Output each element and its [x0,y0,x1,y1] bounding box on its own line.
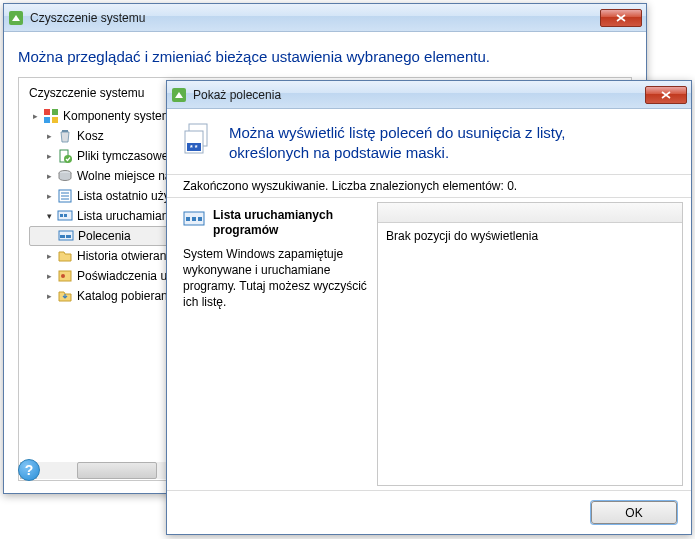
credentials-icon [57,268,73,284]
dialog-header: * * Można wyświetlić listę poleceń do us… [167,109,691,174]
svg-rect-17 [60,235,65,238]
svg-rect-5 [62,130,68,132]
header-line-2: określonych na podstawie maski. [229,143,566,163]
tree-item-label: Historia otwierany [77,249,172,263]
folder-history-icon [57,248,73,264]
scroll-thumb[interactable] [77,462,157,479]
tree-item-label: Kosz [77,129,104,143]
disk-icon [57,168,73,184]
svg-rect-18 [66,235,71,238]
show-commands-window: Pokaż polecenia * * Można wyświetlić lis… [166,80,692,535]
list-column-header[interactable] [378,203,682,223]
expander-icon[interactable]: ▸ [43,250,55,262]
titlebar[interactable]: Czyszczenie systemu [4,4,646,32]
expander-icon[interactable]: ▸ [43,150,55,162]
svg-rect-2 [52,109,58,115]
expander-icon[interactable]: ▸ [29,110,41,122]
help-button[interactable]: ? [18,459,40,481]
tree-item-label: Wolne miejsce na [77,169,172,183]
expander-icon[interactable]: ▸ [43,170,55,182]
section-description: System Windows zapamiętuje wykonywane i … [183,246,369,311]
window-title: Pokaż polecenia [193,88,645,102]
header-line-1: Można wyświetlić listę poleceń do usunię… [229,123,566,143]
expander-icon[interactable]: ▸ [43,190,55,202]
close-button[interactable] [645,86,687,104]
header-text: Można wyświetlić listę poleceń do usunię… [229,123,566,164]
tree-item-label: Lista ostatnio uży [77,189,170,203]
header-icon: * * [183,123,217,164]
svg-text:* *: * * [190,144,198,151]
expander-icon[interactable]: ▸ [43,290,55,302]
ok-button[interactable]: OK [591,501,677,524]
svg-rect-15 [64,214,67,217]
svg-point-20 [61,274,65,278]
svg-rect-3 [44,117,50,123]
svg-rect-27 [186,217,190,221]
search-status: Zakończono wyszukiwanie. Liczba znalezio… [167,174,691,198]
section-title: Lista uruchamianych programów [213,208,369,238]
tree-item-label: Pliki tymczasowe [77,149,168,163]
app-icon [8,10,24,26]
commands-icon [58,228,74,244]
tree-item-label: Lista uruchamiany [77,209,174,223]
list-empty-text: Brak pozycji do wyświetlenia [378,223,682,249]
description-panel: Lista uruchamianych programów System Win… [175,198,377,491]
svg-rect-28 [192,217,196,221]
downloads-folder-icon [57,288,73,304]
windows-icon [43,108,59,124]
results-list[interactable]: Brak pozycji do wyświetlenia [377,202,683,487]
svg-rect-29 [198,217,202,221]
app-icon [171,87,187,103]
temp-files-icon [57,148,73,164]
svg-rect-4 [52,117,58,123]
list-icon [57,188,73,204]
svg-rect-14 [60,214,63,217]
svg-rect-1 [44,109,50,115]
run-icon [57,208,73,224]
run-programs-icon [183,208,207,238]
titlebar[interactable]: Pokaż polecenia [167,81,691,109]
banner-text: Można przeglądać i zmieniać bieżące usta… [18,48,632,65]
dialog-footer: OK [167,490,691,534]
expander-open-icon[interactable]: ▾ [43,210,55,222]
close-button[interactable] [600,9,642,27]
tree-item-label: Poświadczenia uży [77,269,179,283]
expander-icon[interactable]: ▸ [43,130,55,142]
tree-item-label: Katalog pobierania [77,289,177,303]
expander-icon[interactable]: ▸ [43,270,55,282]
window-title: Czyszczenie systemu [30,11,600,25]
tree-item-label: Polecenia [78,229,131,243]
recycle-bin-icon [57,128,73,144]
